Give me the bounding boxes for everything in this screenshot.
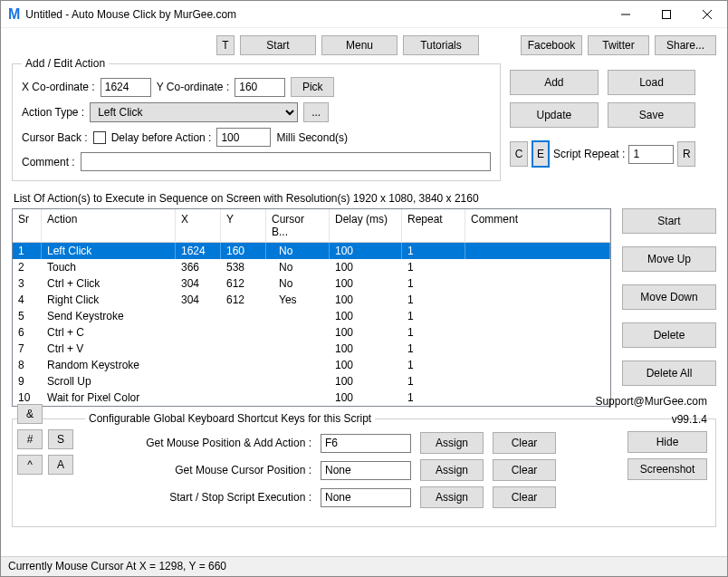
screenshot-button[interactable]: Screenshot <box>627 458 707 480</box>
clear-button[interactable]: Clear <box>493 459 556 481</box>
cell-sr: 9 <box>13 373 42 389</box>
cell-comment <box>465 243 610 259</box>
cell-x <box>176 308 221 324</box>
col-delay[interactable]: Delay (ms) <box>330 209 402 243</box>
minimize-button[interactable] <box>605 1 646 28</box>
start-button[interactable]: Start <box>622 208 716 234</box>
tutorials-button[interactable]: Tutorials <box>403 35 479 55</box>
assign-button[interactable]: Assign <box>420 486 484 508</box>
cell-delay: 100 <box>330 341 402 357</box>
cell-y: 160 <box>221 243 266 259</box>
assign-button[interactable]: Assign <box>420 459 484 481</box>
hide-button[interactable]: Hide <box>627 431 707 453</box>
shortcuts-legend: Configurable Global Keyboard Shortcut Ke… <box>85 412 375 425</box>
shortcut-input[interactable] <box>321 488 411 507</box>
table-row[interactable]: 5Send Keystroke1001 <box>13 308 610 324</box>
table-row[interactable]: 4Right Click304612Yes1001 <box>13 292 610 308</box>
cell-sr: 7 <box>13 341 42 357</box>
cell-cursor: No <box>266 259 330 275</box>
movedown-button[interactable]: Move Down <box>622 284 716 310</box>
table-row[interactable]: 9Scroll Up1001 <box>13 373 610 389</box>
update-button[interactable]: Update <box>510 102 599 128</box>
col-y[interactable]: Y <box>221 209 266 243</box>
repeat-input[interactable] <box>628 145 674 164</box>
cell-comment <box>465 324 610 341</box>
cell-sr: 2 <box>13 259 42 275</box>
actions-table[interactable]: Sr Action X Y Cursor B... Delay (ms) Rep… <box>12 208 611 407</box>
shortcut-input[interactable] <box>321 461 411 480</box>
table-row[interactable]: 3Ctrl + Click304612No1001 <box>13 275 610 292</box>
table-row[interactable]: 7Ctrl + V1001 <box>13 341 610 357</box>
y-input[interactable] <box>235 78 285 97</box>
cell-action: Ctrl + Click <box>42 275 176 292</box>
cell-sr: 4 <box>13 292 42 308</box>
cell-repeat: 1 <box>402 292 465 308</box>
s-button[interactable]: S <box>48 429 73 449</box>
t-button[interactable]: T <box>216 35 235 55</box>
right-info: Support@MurGee.com v99.1.4 Hide Screensh… <box>595 395 707 480</box>
comment-input[interactable] <box>81 152 491 171</box>
start-top-button[interactable]: Start <box>240 35 316 55</box>
support-link[interactable]: Support@MurGee.com <box>595 395 707 408</box>
col-action[interactable]: Action <box>42 209 176 243</box>
col-cursor[interactable]: Cursor B... <box>266 209 330 243</box>
action-type-select[interactable]: Left Click <box>90 102 298 122</box>
col-comment[interactable]: Comment <box>465 209 610 243</box>
table-row[interactable]: 2Touch366538No1001 <box>13 259 610 275</box>
table-row[interactable]: 10Wait for Pixel Color1001 <box>13 389 610 406</box>
shortcut-input[interactable] <box>321 434 411 453</box>
cell-delay: 100 <box>330 275 402 292</box>
menu-button[interactable]: Menu <box>321 35 398 55</box>
action-more-button[interactable]: ... <box>303 102 329 122</box>
hash-button[interactable]: # <box>17 429 43 449</box>
a-button[interactable]: A <box>48 455 73 475</box>
clear-button[interactable]: Clear <box>493 486 556 508</box>
cursor-back-label: Cursor Back : <box>22 131 88 144</box>
moveup-button[interactable]: Move Up <box>622 246 716 272</box>
cell-x: 304 <box>176 275 221 292</box>
cell-repeat: 1 <box>402 275 465 292</box>
clear-button[interactable]: Clear <box>493 432 556 454</box>
cell-repeat: 1 <box>402 389 465 406</box>
cell-cursor <box>266 357 330 373</box>
cell-y <box>221 308 266 324</box>
delete-button[interactable]: Delete <box>622 322 716 348</box>
delay-unit: Milli Second(s) <box>276 131 348 144</box>
c-button[interactable]: C <box>510 141 528 167</box>
assign-button[interactable]: Assign <box>420 432 484 454</box>
maximize-button[interactable] <box>646 1 686 28</box>
cell-comment <box>465 389 610 406</box>
add-button[interactable]: Add <box>510 70 599 95</box>
cell-delay: 100 <box>330 389 402 406</box>
r-button[interactable]: R <box>677 141 695 167</box>
cell-cursor: No <box>266 243 330 259</box>
action-type-label: Action Type : <box>22 106 84 119</box>
x-input[interactable] <box>101 78 151 97</box>
col-x[interactable]: X <box>176 209 221 243</box>
cell-cursor <box>266 341 330 357</box>
cell-sr: 8 <box>13 357 42 373</box>
cell-x: 304 <box>176 292 221 308</box>
table-row[interactable]: 6Ctrl + C1001 <box>13 324 610 341</box>
e-button[interactable]: E <box>532 140 550 168</box>
twitter-button[interactable]: Twitter <box>588 35 649 55</box>
table-row[interactable]: 1Left Click1624160No1001 <box>13 243 610 259</box>
delay-input[interactable] <box>216 128 271 147</box>
col-repeat[interactable]: Repeat <box>402 209 465 243</box>
deleteall-button[interactable]: Delete All <box>622 361 716 386</box>
close-button[interactable] <box>686 1 727 28</box>
facebook-button[interactable]: Facebook <box>521 35 582 55</box>
comment-label: Comment : <box>22 156 75 168</box>
table-row[interactable]: 8Random Keystroke1001 <box>13 357 610 373</box>
save-button[interactable]: Save <box>608 102 696 128</box>
cell-y: 538 <box>221 259 266 275</box>
pick-button[interactable]: Pick <box>291 77 334 97</box>
load-button[interactable]: Load <box>608 70 696 95</box>
window-title: Untitled - Auto Mouse Click by MurGee.co… <box>25 8 605 21</box>
cell-action: Ctrl + V <box>42 341 176 357</box>
share-button[interactable]: Share... <box>655 35 716 55</box>
amp-button[interactable]: & <box>17 404 43 424</box>
col-sr[interactable]: Sr <box>13 209 42 243</box>
caret-button[interactable]: ^ <box>17 455 43 475</box>
cursor-back-checkbox[interactable] <box>93 131 106 144</box>
